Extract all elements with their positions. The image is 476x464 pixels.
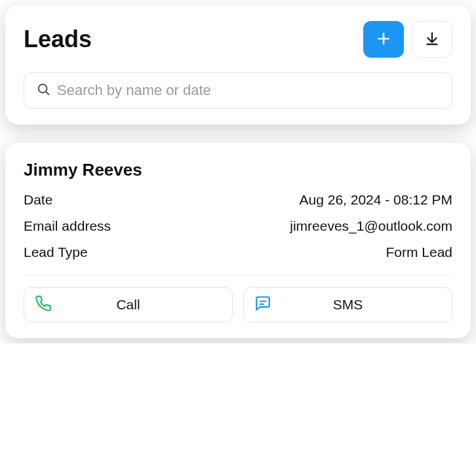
header-row: Leads [24, 21, 452, 58]
lead-email-row: Email address jimreeves_1@outlook.com [24, 218, 452, 234]
date-label: Date [24, 192, 52, 208]
plus-icon [375, 30, 392, 49]
email-label: Email address [24, 218, 111, 234]
phone-icon [35, 295, 52, 315]
lead-name: Jimmy Reeves [24, 160, 452, 180]
divider [24, 275, 452, 275]
type-value: Form Lead [386, 244, 452, 260]
download-icon [424, 30, 441, 49]
svg-line-5 [46, 92, 49, 94]
lead-actions: Call SMS [24, 287, 452, 322]
search-icon [36, 82, 50, 99]
sms-button[interactable]: SMS [243, 287, 452, 322]
page-title: Leads [24, 26, 92, 53]
sms-label: SMS [333, 297, 363, 313]
date-value: Aug 26, 2024 - 08:12 PM [300, 192, 453, 208]
message-icon [254, 295, 271, 315]
header-actions [363, 21, 452, 58]
call-label: Call [116, 297, 140, 313]
download-button[interactable] [412, 21, 452, 58]
lead-detail-card: Jimmy Reeves Date Aug 26, 2024 - 08:12 P… [5, 143, 471, 338]
call-button[interactable]: Call [24, 287, 233, 322]
email-value: jimreeves_1@outlook.com [290, 218, 452, 234]
lead-date-row: Date Aug 26, 2024 - 08:12 PM [24, 192, 452, 208]
type-label: Lead Type [24, 244, 88, 260]
search-field[interactable] [24, 72, 452, 109]
leads-header-card: Leads [5, 5, 471, 125]
search-input[interactable] [57, 82, 440, 99]
lead-type-row: Lead Type Form Lead [24, 244, 452, 260]
add-lead-button[interactable] [363, 21, 404, 58]
